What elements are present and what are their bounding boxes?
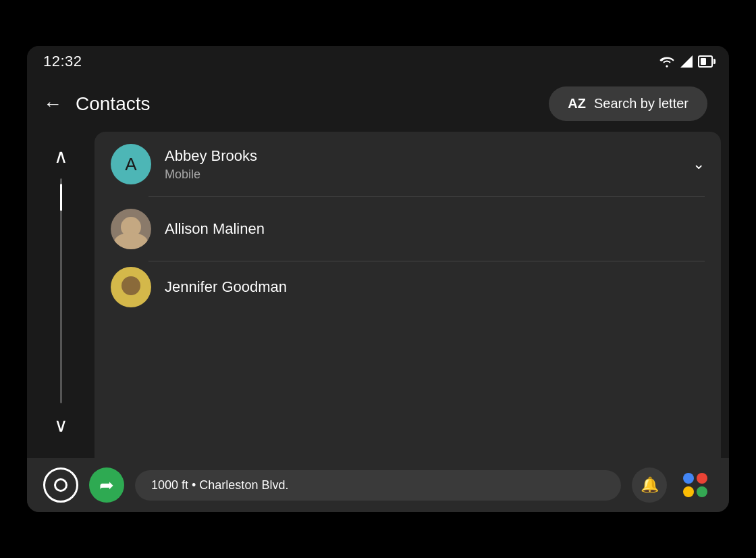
search-by-letter-button[interactable]: AZ Search by letter bbox=[549, 86, 707, 121]
sidebar: ∧ ∨ bbox=[27, 132, 94, 458]
az-icon: AZ bbox=[568, 96, 586, 111]
google-dots-icon bbox=[683, 473, 707, 497]
expand-icon-abbey-brooks[interactable]: ⌄ bbox=[693, 155, 705, 173]
google-dot-red bbox=[697, 473, 707, 484]
scroll-down-button[interactable]: ∨ bbox=[49, 409, 74, 442]
back-button[interactable]: ← bbox=[43, 93, 62, 115]
contact-info-abbey-brooks: Abbey Brooks Mobile bbox=[165, 147, 679, 182]
contact-item-jennifer-goodman[interactable]: Jennifer Goodman bbox=[94, 261, 721, 312]
notification-button[interactable]: 🔔 bbox=[632, 467, 667, 503]
scroll-up-button[interactable]: ∧ bbox=[49, 140, 74, 173]
body-area: ∧ ∨ A Abbey Brooks Mobile ⌄ bbox=[27, 132, 729, 458]
status-icons bbox=[659, 55, 713, 68]
wifi-icon bbox=[659, 55, 675, 68]
signal-icon bbox=[680, 55, 693, 68]
status-bar: 12:32 bbox=[27, 46, 729, 76]
home-icon bbox=[54, 478, 68, 492]
contact-info-jennifer-goodman: Jennifer Goodman bbox=[165, 278, 705, 296]
contact-item-allison-malinen[interactable]: Allison Malinen bbox=[94, 197, 721, 261]
scroll-thumb bbox=[60, 184, 62, 211]
contact-item-abbey-brooks[interactable]: A Abbey Brooks Mobile ⌄ bbox=[94, 132, 721, 197]
search-by-letter-label: Search by letter bbox=[594, 96, 688, 111]
directions-display: 1000 ft • Charleston Blvd. bbox=[135, 470, 621, 501]
avatar-initial: A bbox=[125, 154, 136, 175]
scroll-track bbox=[60, 178, 62, 403]
header: ← Contacts AZ Search by letter bbox=[27, 76, 729, 132]
avatar-allison-malinen bbox=[111, 209, 151, 249]
contact-name-allison-malinen: Allison Malinen bbox=[165, 220, 705, 238]
status-time: 12:32 bbox=[43, 53, 82, 70]
main-content: ← Contacts AZ Search by letter ∧ ∨ bbox=[27, 76, 729, 458]
route-turn-icon: ➦ bbox=[99, 475, 114, 496]
home-button[interactable] bbox=[43, 467, 78, 503]
bell-icon: 🔔 bbox=[641, 476, 659, 494]
google-dot-green bbox=[697, 486, 707, 497]
avatar-abbey-brooks: A bbox=[111, 144, 151, 184]
bottom-nav: ➦ 1000 ft • Charleston Blvd. 🔔 bbox=[27, 458, 729, 512]
header-left: ← Contacts bbox=[43, 93, 151, 115]
google-dot-blue bbox=[683, 473, 694, 484]
contact-info-allison-malinen: Allison Malinen bbox=[165, 220, 705, 238]
contact-name-abbey-brooks: Abbey Brooks bbox=[165, 147, 679, 165]
navigation-button[interactable]: ➦ bbox=[89, 467, 124, 503]
directions-text: 1000 ft • Charleston Blvd. bbox=[151, 478, 288, 492]
contact-name-jennifer-goodman: Jennifer Goodman bbox=[165, 278, 705, 296]
battery-icon bbox=[698, 55, 713, 68]
contact-list: A Abbey Brooks Mobile ⌄ Allison Malinen bbox=[94, 132, 721, 458]
avatar-jennifer-goodman bbox=[111, 267, 151, 307]
google-dot-yellow bbox=[683, 486, 694, 497]
device-frame: 12:32 ← Contacts AZ Search bbox=[27, 46, 729, 512]
page-title: Contacts bbox=[76, 93, 151, 115]
contact-type-abbey-brooks: Mobile bbox=[165, 168, 679, 182]
google-assistant-button[interactable] bbox=[678, 467, 713, 503]
svg-marker-0 bbox=[680, 55, 693, 68]
